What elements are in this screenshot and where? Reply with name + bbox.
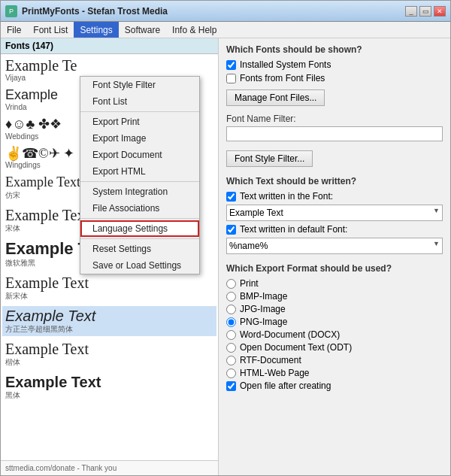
font-name-filter-label: Font Name Filter: <box>226 114 443 124</box>
section-fonts-shown-title: Which Fonts should be shown? <box>226 44 443 55</box>
minimize-button[interactable]: _ <box>405 6 417 17</box>
text-in-default-row: Text written in default Font: <box>226 224 443 235</box>
text-in-default-select-wrapper: %name% <box>226 238 443 254</box>
fonts-from-files-row: Fonts from Font Files <box>226 73 443 83</box>
export-html-radio[interactable] <box>226 368 236 378</box>
section-export-format-title: Which Export Format should be used? <box>226 263 443 274</box>
menu-software[interactable]: Software <box>119 22 166 38</box>
export-print-radio[interactable] <box>226 279 236 289</box>
list-item[interactable]: Example Text 楷体 <box>2 339 216 369</box>
menu-settings[interactable]: Settings <box>74 22 118 38</box>
menu-font-list[interactable]: Font List <box>27 22 74 38</box>
dropdown-sep-2 <box>80 181 199 182</box>
dropdown-sep-4 <box>80 238 199 239</box>
export-jpg-row: JPG-Image <box>226 304 443 314</box>
dropdown-export-html[interactable]: Export HTML <box>80 163 199 180</box>
menu-file[interactable]: File <box>1 22 27 38</box>
dropdown-save-load-settings[interactable]: Save or Load Settings <box>80 257 199 274</box>
font-name: 新宋体 <box>5 291 213 302</box>
dropdown-font-list[interactable]: Font List <box>80 93 199 110</box>
fonts-from-files-checkbox[interactable] <box>226 74 236 83</box>
fonts-header: Fonts (147) <box>1 38 218 54</box>
dropdown-file-associations[interactable]: File Associations <box>80 200 199 217</box>
export-png-radio[interactable] <box>226 317 236 327</box>
export-jpg-radio[interactable] <box>226 305 236 314</box>
open-after-row: Open file after creating <box>226 380 443 391</box>
export-rtf-label: RTF-Document <box>240 355 301 365</box>
text-in-font-checkbox[interactable] <box>226 192 236 202</box>
font-preview: Example Te <box>5 57 213 74</box>
export-bmp-label: BMP-Image <box>240 291 287 302</box>
title-bar-left: P PrintMyFonts - Stefan Trost Media <box>5 5 168 17</box>
list-item[interactable]: Example Text 黑体 <box>2 372 216 402</box>
text-in-font-row: Text written in the Font: <box>226 191 443 202</box>
font-name: 楷体 <box>5 357 213 368</box>
dropdown-sep-3 <box>80 218 199 219</box>
text-in-default-label: Text written in default Font: <box>240 224 347 235</box>
dropdown-export-print[interactable]: Export Print <box>80 114 199 130</box>
export-print-row: Print <box>226 278 443 289</box>
restore-button[interactable]: ▭ <box>419 6 431 17</box>
export-rtf-radio[interactable] <box>226 356 236 365</box>
dropdown-language-settings[interactable]: Language Settings <box>80 220 199 237</box>
font-preview: Example Text <box>5 308 213 324</box>
export-png-row: PNG-Image <box>226 317 443 327</box>
app-icon: P <box>5 5 17 17</box>
dropdown-reset-settings[interactable]: Reset Settings <box>80 241 199 257</box>
title-controls: _ ▭ ✕ <box>405 6 446 17</box>
export-odt-label: Open Document Text (ODT) <box>240 342 352 353</box>
font-name: 方正兰亭超细黑简体 <box>5 324 213 335</box>
right-panel: Which Fonts should be shown? Installed S… <box>219 38 450 475</box>
dropdown-system-integration[interactable]: System Integration <box>80 183 199 200</box>
export-rtf-row: RTF-Document <box>226 355 443 365</box>
app-window: P PrintMyFonts - Stefan Trost Media _ ▭ … <box>0 0 451 476</box>
footer-text: sttmedia.com/donate - Thank you <box>1 460 218 475</box>
export-odt-radio[interactable] <box>226 343 236 353</box>
installed-fonts-checkbox[interactable] <box>226 60 236 70</box>
window-title: PrintMyFonts - Stefan Trost Media <box>22 6 168 17</box>
dropdown-sep-1 <box>80 111 199 112</box>
main-content: Fonts (147) Example Te Vijaya Example Vr… <box>1 38 450 475</box>
font-preview: Example Text <box>5 341 213 357</box>
text-in-default-select[interactable]: %name% <box>226 238 443 254</box>
export-odt-row: Open Document Text (ODT) <box>226 342 443 353</box>
section-text-written-title: Which Text should be written? <box>226 176 443 186</box>
export-print-label: Print <box>240 278 259 289</box>
text-in-font-select[interactable]: Example Text <box>226 205 443 221</box>
export-html-label: HTML-Web Page <box>240 368 309 378</box>
open-after-checkbox[interactable] <box>226 381 236 391</box>
export-png-label: PNG-Image <box>240 317 287 327</box>
export-docx-label: Word-Document (DOCX) <box>240 329 340 340</box>
settings-dropdown: Font Style Filter Font List Export Print… <box>80 76 200 274</box>
installed-fonts-label: Installed System Fonts <box>240 59 331 70</box>
text-in-font-select-wrapper: Example Text <box>226 205 443 221</box>
font-preview: Example Text <box>5 274 213 291</box>
font-name-filter-input[interactable] <box>226 126 443 141</box>
installed-fonts-row: Installed System Fonts <box>226 59 443 70</box>
dropdown-export-image[interactable]: Export Image <box>80 130 199 147</box>
close-button[interactable]: ✕ <box>434 6 446 17</box>
export-docx-radio[interactable] <box>226 330 236 340</box>
fonts-from-files-label: Fonts from Font Files <box>240 73 325 83</box>
font-style-filter-button[interactable]: Font Style Filter... <box>226 150 313 167</box>
title-bar: P PrintMyFonts - Stefan Trost Media _ ▭ … <box>1 1 450 22</box>
font-name: 黑体 <box>5 390 213 401</box>
text-in-default-checkbox[interactable] <box>226 225 236 235</box>
list-item[interactable]: Example Text 新宋体 <box>2 273 216 303</box>
manage-font-files-button[interactable]: Manage Font Files... <box>226 89 325 106</box>
text-in-font-label: Text written in the Font: <box>240 191 333 202</box>
dropdown-export-document[interactable]: Export Document <box>80 147 199 163</box>
export-html-row: HTML-Web Page <box>226 368 443 378</box>
export-docx-row: Word-Document (DOCX) <box>226 329 443 340</box>
list-item-selected[interactable]: Example Text 方正兰亭超细黑简体 <box>2 306 216 336</box>
menu-bar: File Font List Settings Software Info & … <box>1 22 450 38</box>
menu-info-help[interactable]: Info & Help <box>166 22 222 38</box>
export-bmp-row: BMP-Image <box>226 291 443 302</box>
export-jpg-label: JPG-Image <box>240 304 286 314</box>
export-bmp-radio[interactable] <box>226 292 236 302</box>
open-after-label: Open file after creating <box>240 380 331 391</box>
font-preview: Example Text <box>5 374 213 390</box>
dropdown-font-style-filter[interactable]: Font Style Filter <box>80 77 199 93</box>
